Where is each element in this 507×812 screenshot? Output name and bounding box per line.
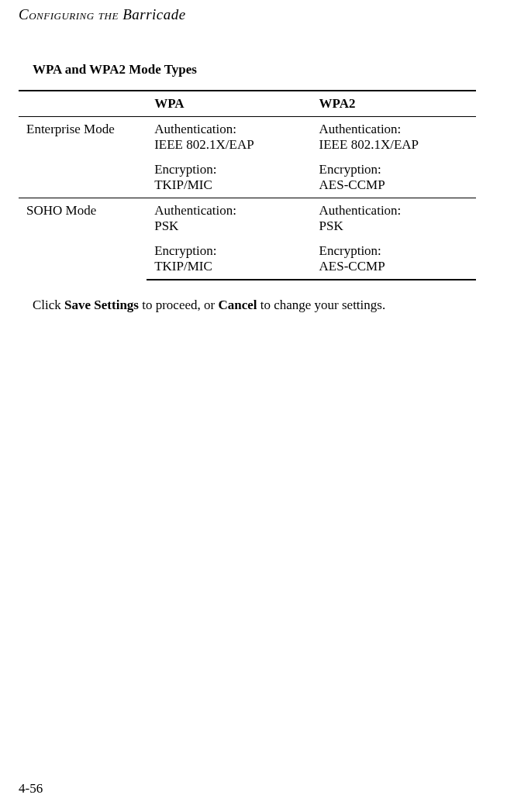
label: Encryption:	[154, 162, 216, 177]
cell-mode: SOHO Mode	[19, 198, 147, 280]
cell-wpa-auth: Authentication: PSK	[147, 198, 311, 239]
page: Configuring the Barricade WPA and WPA2 M…	[0, 0, 507, 812]
mode-types-table: WPA WPA2 Enterprise Mode Authentication:…	[19, 90, 476, 280]
value: IEEE 802.1X/EAP	[319, 137, 419, 152]
cell-wpa2-auth: Authentication: PSK	[312, 198, 476, 239]
col-header-wpa2: WPA2	[312, 91, 476, 117]
value: AES-CCMP	[319, 177, 385, 192]
running-header: Configuring the Barricade	[19, 6, 476, 23]
cell-wpa2-auth: Authentication: IEEE 802.1X/EAP	[312, 117, 476, 158]
value: TKIP/MIC	[154, 177, 212, 192]
table-row: SOHO Mode Authentication: PSK Authentica…	[19, 198, 476, 239]
value: PSK	[154, 218, 178, 233]
cell-mode: Enterprise Mode	[19, 117, 147, 198]
label: Encryption:	[319, 243, 381, 258]
value: PSK	[319, 218, 343, 233]
table-header-row: WPA WPA2	[19, 91, 476, 117]
cell-wpa-auth: Authentication: IEEE 802.1X/EAP	[147, 117, 311, 158]
value: TKIP/MIC	[154, 259, 212, 274]
col-header-wpa: WPA	[147, 91, 311, 117]
page-number: 4-56	[19, 781, 43, 797]
cell-wpa-enc: Encryption: TKIP/MIC	[147, 239, 311, 280]
col-header-mode	[19, 91, 147, 117]
text: to proceed, or	[139, 298, 218, 312]
label: Authentication:	[154, 122, 236, 136]
cancel-text: Cancel	[218, 298, 257, 312]
running-header-title: Barricade	[122, 6, 186, 22]
cell-wpa2-enc: Encryption: AES-CCMP	[312, 157, 476, 198]
instruction-text: Click Save Settings to proceed, or Cance…	[33, 296, 476, 315]
label: Encryption:	[319, 162, 381, 177]
text: to change your settings.	[257, 298, 385, 312]
running-header-prefix: Configuring the	[19, 6, 122, 22]
section-heading: WPA and WPA2 Mode Types	[33, 62, 476, 77]
label: Encryption:	[154, 243, 216, 258]
value: IEEE 802.1X/EAP	[154, 137, 254, 152]
label: Authentication:	[319, 122, 402, 136]
text: Click	[33, 298, 64, 312]
cell-wpa-enc: Encryption: TKIP/MIC	[147, 157, 311, 198]
cell-wpa2-enc: Encryption: AES-CCMP	[312, 239, 476, 280]
label: Authentication:	[154, 203, 236, 218]
table-row: Enterprise Mode Authentication: IEEE 802…	[19, 117, 476, 158]
value: AES-CCMP	[319, 259, 385, 274]
save-settings-text: Save Settings	[64, 298, 139, 312]
label: Authentication:	[319, 203, 402, 218]
